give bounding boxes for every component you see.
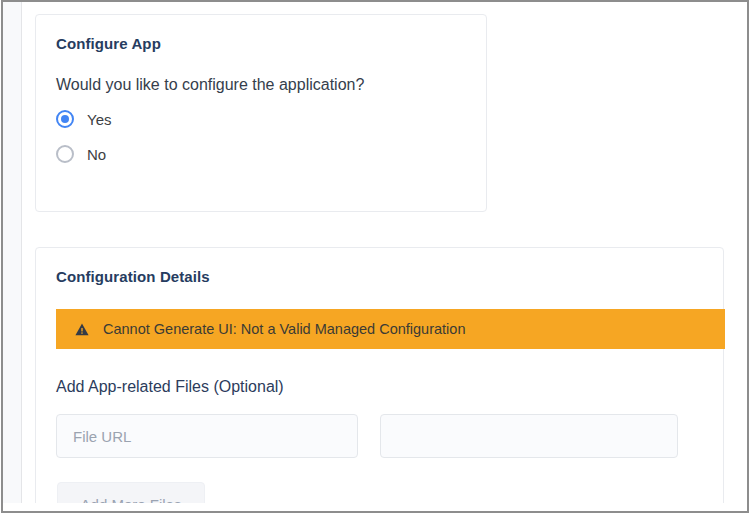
app-window: Configure App Would you like to configur… (0, 0, 752, 519)
radio-option-no-label: No (87, 146, 106, 163)
radio-option-yes[interactable]: Yes (56, 110, 111, 128)
configure-question: Would you like to configure the applicat… (56, 76, 364, 94)
configure-app-card: Configure App Would you like to configur… (35, 14, 487, 212)
configuration-details-card: Configuration Details Cannot Generate UI… (35, 247, 724, 503)
warning-triangle-icon (74, 322, 90, 337)
radio-unselected-icon[interactable] (56, 145, 74, 163)
add-files-label: Add App-related Files (Optional) (56, 378, 284, 396)
radio-option-no[interactable]: No (56, 145, 106, 163)
file-inputs-row (56, 414, 678, 458)
configure-app-title: Configure App (56, 35, 161, 52)
scroll-viewport: Configure App Would you like to configur… (3, 2, 747, 503)
left-rail-divider (3, 2, 22, 503)
warning-banner: Cannot Generate UI: Not a Valid Managed … (56, 309, 725, 349)
add-more-files-button[interactable]: Add More Files (57, 482, 205, 503)
warning-message: Cannot Generate UI: Not a Valid Managed … (103, 321, 465, 337)
file-name-input[interactable] (380, 414, 678, 458)
radio-option-yes-label: Yes (87, 111, 111, 128)
radio-selected-icon[interactable] (56, 110, 74, 128)
configuration-details-title: Configuration Details (56, 268, 210, 285)
file-url-input[interactable] (56, 414, 358, 458)
